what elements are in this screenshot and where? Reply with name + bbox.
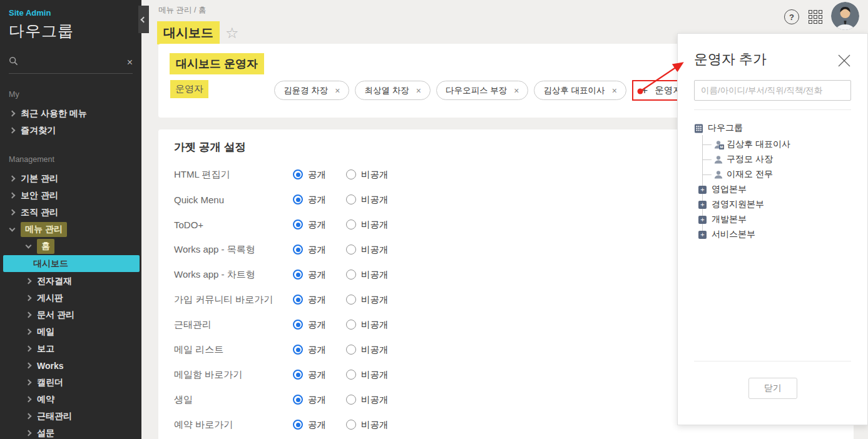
person-icon: M <box>714 140 723 149</box>
sidebar-item-문서-관리[interactable]: 문서 관리 <box>0 306 141 323</box>
radio-public[interactable]: 공개 <box>293 344 346 356</box>
tree-department[interactable]: + 서비스본부 <box>702 227 851 242</box>
sidebar-item-즐겨찾기[interactable]: 즐겨찾기 <box>0 122 141 139</box>
expand-plus-icon[interactable]: + <box>698 186 707 194</box>
radio-selected-icon[interactable] <box>293 169 303 179</box>
tree-department[interactable]: + 경영지원본부 <box>702 197 851 212</box>
radio-unselected-icon[interactable] <box>346 345 356 355</box>
sidebar-item-메뉴-관리[interactable]: 메뉴 관리 <box>0 221 141 238</box>
sidebar-item-게시판[interactable]: 게시판 <box>0 290 141 306</box>
radio-public[interactable]: 공개 <box>293 394 346 406</box>
divider <box>694 361 851 361</box>
sidebar-item-대시보드[interactable]: 대시보드 <box>3 255 140 272</box>
radio-public[interactable]: 공개 <box>293 319 346 331</box>
chip-remove-icon[interactable]: × <box>335 86 340 95</box>
sidebar-item-기본-관리[interactable]: 기본 관리 <box>0 170 141 187</box>
sidebar-item-설문[interactable]: 설문 <box>0 425 141 439</box>
radio-selected-icon[interactable] <box>293 370 303 380</box>
radio-public[interactable]: 공개 <box>293 419 346 431</box>
operator-chip: 최상열 차장 × <box>355 81 430 100</box>
operators-field-label: 운영자 <box>170 80 208 98</box>
sidebar-nav: My 최근 사용한 메뉴 즐겨찾기 Management 기본 관리 보안 관리… <box>0 90 141 439</box>
radio-unselected-icon[interactable] <box>346 420 356 430</box>
radio-private[interactable]: 비공개 <box>346 294 399 306</box>
sidebar-item-전자결재[interactable]: 전자결재 <box>0 273 141 290</box>
radio-unselected-icon[interactable] <box>346 220 356 230</box>
sidebar-item-보안-관리[interactable]: 보안 관리 <box>0 187 141 204</box>
search-clear-icon[interactable]: × <box>127 58 133 68</box>
sidebar-item-예약[interactable]: 예약 <box>0 391 141 408</box>
tree-department[interactable]: + 개발본부 <box>702 212 851 227</box>
sidebar-item-홈[interactable]: 홈 <box>0 238 141 255</box>
chevron-icon <box>9 128 16 134</box>
radio-selected-icon[interactable] <box>293 270 303 280</box>
tree-root[interactable]: 다우그룹 <box>694 121 851 136</box>
radio-selected-icon[interactable] <box>293 220 303 230</box>
radio-unselected-icon[interactable] <box>346 270 356 280</box>
tree-member-label: 구정모 사장 <box>727 154 773 165</box>
tree-member[interactable]: 구정모 사장 <box>702 152 851 167</box>
radio-private[interactable]: 비공개 <box>346 194 399 206</box>
member-search-input[interactable] <box>694 80 851 101</box>
radio-unselected-icon[interactable] <box>346 245 356 255</box>
radio-public[interactable]: 공개 <box>293 169 346 181</box>
brand-label: Site Admin <box>9 8 133 18</box>
close-button[interactable]: 닫기 <box>748 378 797 399</box>
radio-public[interactable]: 공개 <box>293 294 346 306</box>
sidebar-item-조직-관리[interactable]: 조직 관리 <box>0 204 141 221</box>
radio-selected-icon[interactable] <box>293 320 303 330</box>
search-input[interactable] <box>23 58 122 67</box>
radio-private[interactable]: 비공개 <box>346 394 399 406</box>
radio-selected-icon[interactable] <box>293 245 303 255</box>
radio-selected-icon[interactable] <box>293 194 303 204</box>
radio-selected-icon[interactable] <box>293 345 303 355</box>
radio-private[interactable]: 비공개 <box>346 344 399 356</box>
sidebar-item-캘린더[interactable]: 캘린더 <box>0 374 141 391</box>
sidebar-item-label: 설문 <box>37 428 54 439</box>
chevron-icon <box>26 363 32 369</box>
sidebar-item-보고[interactable]: 보고 <box>0 340 141 357</box>
chip-remove-icon[interactable]: × <box>612 86 617 95</box>
expand-plus-icon[interactable]: + <box>698 201 707 209</box>
sidebar-collapse-button[interactable] <box>138 6 149 33</box>
radio-selected-icon[interactable] <box>293 295 303 305</box>
radio-private[interactable]: 비공개 <box>346 269 399 281</box>
radio-public[interactable]: 공개 <box>293 369 346 381</box>
radio-selected-icon[interactable] <box>293 395 303 405</box>
radio-unselected-icon[interactable] <box>346 169 356 179</box>
help-icon[interactable]: ? <box>784 9 799 24</box>
radio-private[interactable]: 비공개 <box>346 219 399 231</box>
sidebar-item-label: 최근 사용한 메뉴 <box>21 108 87 119</box>
radio-unselected-icon[interactable] <box>346 370 356 380</box>
radio-public[interactable]: 공개 <box>293 269 346 281</box>
sidebar-item-Works[interactable]: Works <box>0 357 141 374</box>
radio-unselected-icon[interactable] <box>346 194 356 204</box>
sidebar-search[interactable]: × <box>9 56 133 74</box>
sidebar-item-최근-사용한-메뉴[interactable]: 최근 사용한 메뉴 <box>0 105 141 122</box>
radio-unselected-icon[interactable] <box>346 320 356 330</box>
favorite-star-icon[interactable]: ☆ <box>225 26 239 41</box>
radio-private[interactable]: 비공개 <box>346 419 399 431</box>
radio-public[interactable]: 공개 <box>293 194 346 206</box>
radio-private[interactable]: 비공개 <box>346 244 399 256</box>
radio-private[interactable]: 비공개 <box>346 169 399 181</box>
expand-plus-icon[interactable]: + <box>698 216 707 224</box>
radio-public[interactable]: 공개 <box>293 244 346 256</box>
app-launcher-icon[interactable] <box>809 10 822 24</box>
avatar[interactable] <box>831 2 859 30</box>
tree-department[interactable]: + 영업본부 <box>702 182 851 197</box>
chip-remove-icon[interactable]: × <box>514 86 519 95</box>
radio-private[interactable]: 비공개 <box>346 369 399 381</box>
radio-unselected-icon[interactable] <box>346 395 356 405</box>
radio-public[interactable]: 공개 <box>293 219 346 231</box>
sidebar-item-메일[interactable]: 메일 <box>0 323 141 340</box>
tree-member[interactable]: M 김상후 대표이사 <box>702 137 851 152</box>
chip-remove-icon[interactable]: × <box>416 86 421 95</box>
tree-member[interactable]: 이재오 전무 <box>702 167 851 182</box>
sidebar-item-근태관리[interactable]: 근태관리 <box>0 408 141 425</box>
radio-selected-icon[interactable] <box>293 420 303 430</box>
close-icon[interactable] <box>836 53 852 71</box>
radio-unselected-icon[interactable] <box>346 295 356 305</box>
radio-private[interactable]: 비공개 <box>346 319 399 331</box>
expand-plus-icon[interactable]: + <box>698 231 707 239</box>
